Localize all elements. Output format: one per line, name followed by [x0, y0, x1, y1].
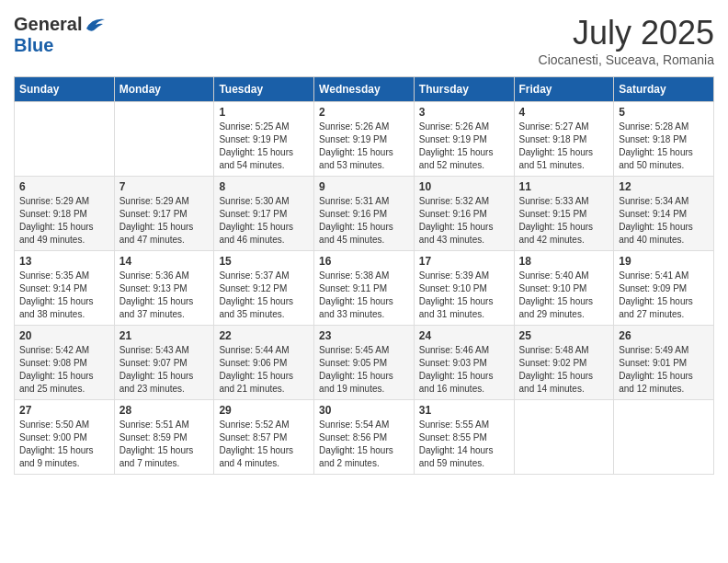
- title-block: July 2025 Ciocanesti, Suceava, Romania: [539, 14, 714, 67]
- calendar-cell: 26Sunrise: 5:49 AM Sunset: 9:01 PM Dayli…: [614, 326, 714, 400]
- calendar-cell: 5Sunrise: 5:28 AM Sunset: 9:18 PM Daylig…: [614, 102, 714, 177]
- logo: General Blue: [14, 14, 105, 54]
- calendar-cell: 3Sunrise: 5:26 AM Sunset: 9:19 PM Daylig…: [414, 102, 514, 177]
- calendar-cell: 9Sunrise: 5:31 AM Sunset: 9:16 PM Daylig…: [314, 177, 415, 251]
- day-info: Sunrise: 5:32 AM Sunset: 9:16 PM Dayligh…: [419, 195, 509, 247]
- day-info: Sunrise: 5:25 AM Sunset: 9:19 PM Dayligh…: [219, 121, 309, 172]
- weekday-header-saturday: Saturday: [614, 77, 714, 102]
- logo-blue: Blue: [14, 36, 105, 54]
- day-info: Sunrise: 5:49 AM Sunset: 9:01 PM Dayligh…: [619, 344, 709, 396]
- day-info: Sunrise: 5:39 AM Sunset: 9:10 PM Dayligh…: [419, 270, 509, 321]
- calendar-cell: 10Sunrise: 5:32 AM Sunset: 9:16 PM Dayli…: [414, 177, 514, 251]
- day-info: Sunrise: 5:46 AM Sunset: 9:03 PM Dayligh…: [419, 344, 509, 396]
- month-year-title: July 2025: [539, 14, 714, 52]
- calendar-week-row: 20Sunrise: 5:42 AM Sunset: 9:08 PM Dayli…: [15, 326, 714, 400]
- day-info: Sunrise: 5:41 AM Sunset: 9:09 PM Dayligh…: [619, 270, 709, 321]
- calendar-table: SundayMondayTuesdayWednesdayThursdayFrid…: [14, 76, 714, 475]
- day-number: 25: [519, 329, 609, 342]
- weekday-header-sunday: Sunday: [15, 77, 115, 102]
- calendar-cell: 4Sunrise: 5:27 AM Sunset: 9:18 PM Daylig…: [514, 102, 614, 177]
- day-info: Sunrise: 5:48 AM Sunset: 9:02 PM Dayligh…: [519, 344, 609, 396]
- day-number: 22: [219, 329, 309, 342]
- calendar-cell: [15, 102, 115, 177]
- day-number: 29: [219, 404, 309, 417]
- weekday-header-monday: Monday: [114, 77, 214, 102]
- calendar-cell: 16Sunrise: 5:38 AM Sunset: 9:11 PM Dayli…: [314, 251, 415, 326]
- calendar-cell: 11Sunrise: 5:33 AM Sunset: 9:15 PM Dayli…: [514, 177, 614, 251]
- calendar-week-row: 6Sunrise: 5:29 AM Sunset: 9:18 PM Daylig…: [15, 177, 714, 251]
- day-number: 30: [319, 404, 409, 417]
- day-info: Sunrise: 5:31 AM Sunset: 9:16 PM Dayligh…: [319, 195, 409, 247]
- day-number: 2: [319, 106, 409, 119]
- calendar-cell: [614, 400, 714, 475]
- day-number: 15: [219, 255, 309, 268]
- calendar-week-row: 1Sunrise: 5:25 AM Sunset: 9:19 PM Daylig…: [15, 102, 714, 177]
- day-number: 20: [19, 329, 109, 342]
- calendar-cell: 13Sunrise: 5:35 AM Sunset: 9:14 PM Dayli…: [15, 251, 115, 326]
- day-number: 23: [319, 329, 409, 342]
- calendar-cell: 24Sunrise: 5:46 AM Sunset: 9:03 PM Dayli…: [414, 326, 514, 400]
- calendar-cell: 6Sunrise: 5:29 AM Sunset: 9:18 PM Daylig…: [15, 177, 115, 251]
- day-number: 7: [119, 180, 210, 193]
- day-info: Sunrise: 5:36 AM Sunset: 9:13 PM Dayligh…: [119, 270, 210, 321]
- day-info: Sunrise: 5:29 AM Sunset: 9:17 PM Dayligh…: [119, 195, 210, 247]
- calendar-cell: [514, 400, 614, 475]
- day-info: Sunrise: 5:29 AM Sunset: 9:18 PM Dayligh…: [19, 195, 109, 247]
- day-number: 26: [619, 329, 709, 342]
- day-number: 14: [119, 255, 210, 268]
- day-number: 21: [119, 329, 210, 342]
- weekday-header-friday: Friday: [514, 77, 614, 102]
- day-number: 19: [619, 255, 709, 268]
- calendar-cell: 15Sunrise: 5:37 AM Sunset: 9:12 PM Dayli…: [214, 251, 314, 326]
- day-number: 8: [219, 180, 309, 193]
- calendar-cell: 29Sunrise: 5:52 AM Sunset: 8:57 PM Dayli…: [214, 400, 314, 475]
- day-number: 11: [519, 180, 609, 193]
- day-number: 9: [319, 180, 409, 193]
- day-number: 18: [519, 255, 609, 268]
- day-info: Sunrise: 5:55 AM Sunset: 8:55 PM Dayligh…: [419, 419, 509, 470]
- calendar-cell: 20Sunrise: 5:42 AM Sunset: 9:08 PM Dayli…: [15, 326, 115, 400]
- calendar-cell: 12Sunrise: 5:34 AM Sunset: 9:14 PM Dayli…: [614, 177, 714, 251]
- day-info: Sunrise: 5:30 AM Sunset: 9:17 PM Dayligh…: [219, 195, 309, 247]
- day-number: 12: [619, 180, 709, 193]
- calendar-body: 1Sunrise: 5:25 AM Sunset: 9:19 PM Daylig…: [15, 102, 714, 475]
- day-number: 24: [419, 329, 509, 342]
- calendar-cell: 18Sunrise: 5:40 AM Sunset: 9:10 PM Dayli…: [514, 251, 614, 326]
- day-number: 5: [619, 106, 709, 119]
- calendar-cell: 14Sunrise: 5:36 AM Sunset: 9:13 PM Dayli…: [114, 251, 214, 326]
- day-number: 1: [219, 106, 309, 119]
- calendar-week-row: 27Sunrise: 5:50 AM Sunset: 9:00 PM Dayli…: [15, 400, 714, 475]
- day-info: Sunrise: 5:34 AM Sunset: 9:14 PM Dayligh…: [619, 195, 709, 247]
- day-info: Sunrise: 5:51 AM Sunset: 8:59 PM Dayligh…: [119, 419, 210, 470]
- day-number: 13: [19, 255, 109, 268]
- day-info: Sunrise: 5:26 AM Sunset: 9:19 PM Dayligh…: [419, 121, 509, 172]
- day-number: 3: [419, 106, 509, 119]
- day-number: 6: [19, 180, 109, 193]
- calendar-cell: 1Sunrise: 5:25 AM Sunset: 9:19 PM Daylig…: [214, 102, 314, 177]
- weekday-header-wednesday: Wednesday: [314, 77, 415, 102]
- day-info: Sunrise: 5:43 AM Sunset: 9:07 PM Dayligh…: [119, 344, 210, 396]
- day-info: Sunrise: 5:42 AM Sunset: 9:08 PM Dayligh…: [19, 344, 109, 396]
- day-info: Sunrise: 5:44 AM Sunset: 9:06 PM Dayligh…: [219, 344, 309, 396]
- calendar-cell: 30Sunrise: 5:54 AM Sunset: 8:56 PM Dayli…: [314, 400, 415, 475]
- day-number: 27: [19, 404, 109, 417]
- day-number: 4: [519, 106, 609, 119]
- day-number: 10: [419, 180, 509, 193]
- calendar-cell: 22Sunrise: 5:44 AM Sunset: 9:06 PM Dayli…: [214, 326, 314, 400]
- day-info: Sunrise: 5:28 AM Sunset: 9:18 PM Dayligh…: [619, 121, 709, 172]
- day-info: Sunrise: 5:50 AM Sunset: 9:00 PM Dayligh…: [19, 419, 109, 470]
- day-info: Sunrise: 5:45 AM Sunset: 9:05 PM Dayligh…: [319, 344, 409, 396]
- day-number: 31: [419, 404, 509, 417]
- day-info: Sunrise: 5:26 AM Sunset: 9:19 PM Dayligh…: [319, 121, 409, 172]
- calendar-cell: [114, 102, 214, 177]
- calendar-cell: 25Sunrise: 5:48 AM Sunset: 9:02 PM Dayli…: [514, 326, 614, 400]
- page-header: General Blue July 2025 Ciocanesti, Sucea…: [14, 14, 714, 67]
- weekday-header-thursday: Thursday: [414, 77, 514, 102]
- day-info: Sunrise: 5:54 AM Sunset: 8:56 PM Dayligh…: [319, 419, 409, 470]
- calendar-cell: 7Sunrise: 5:29 AM Sunset: 9:17 PM Daylig…: [114, 177, 214, 251]
- weekday-header-tuesday: Tuesday: [214, 77, 314, 102]
- calendar-cell: 23Sunrise: 5:45 AM Sunset: 9:05 PM Dayli…: [314, 326, 415, 400]
- calendar-cell: 21Sunrise: 5:43 AM Sunset: 9:07 PM Dayli…: [114, 326, 214, 400]
- calendar-cell: 8Sunrise: 5:30 AM Sunset: 9:17 PM Daylig…: [214, 177, 314, 251]
- logo-general: General: [14, 14, 105, 36]
